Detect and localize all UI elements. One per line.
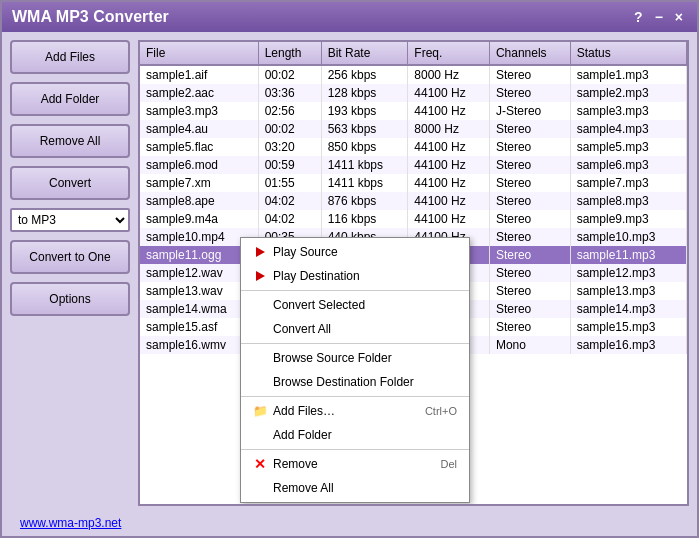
context-menu-item[interactable]: Play Destination: [241, 264, 469, 288]
col-bitrate: Bit Rate: [321, 42, 408, 65]
main-content: Add Files Add Folder Remove All Convert …: [2, 32, 697, 514]
add-folder-button[interactable]: Add Folder: [10, 82, 130, 116]
context-menu-item[interactable]: Browse Destination Folder: [241, 370, 469, 394]
context-menu: Play SourcePlay DestinationConvert Selec…: [240, 237, 470, 503]
play-icon: [256, 247, 265, 257]
add-files-button[interactable]: Add Files: [10, 40, 130, 74]
close-button[interactable]: ×: [671, 9, 687, 25]
col-channels: Channels: [489, 42, 570, 65]
context-menu-item[interactable]: ✕RemoveDel: [241, 452, 469, 476]
col-freq: Freq.: [408, 42, 490, 65]
context-menu-item-label: Add Files…: [273, 404, 335, 418]
context-menu-shortcut: Del: [440, 458, 457, 470]
context-menu-item-label: Add Folder: [273, 428, 332, 442]
footer: www.wma-mp3.net: [2, 514, 697, 536]
context-menu-item-label: Convert All: [273, 322, 331, 336]
empty-icon: [253, 481, 267, 495]
convert-button[interactable]: Convert: [10, 166, 130, 200]
context-menu-item-label: Convert Selected: [273, 298, 365, 312]
table-row[interactable]: sample3.mp302:56193 kbps44100 HzJ-Stereo…: [140, 102, 687, 120]
folder-icon: 📁: [253, 404, 267, 418]
table-row[interactable]: sample7.xm01:551411 kbps44100 HzStereosa…: [140, 174, 687, 192]
website-link[interactable]: www.wma-mp3.net: [10, 512, 131, 534]
context-menu-item[interactable]: Remove All: [241, 476, 469, 500]
context-menu-separator: [241, 396, 469, 397]
file-list-container: File Length Bit Rate Freq. Channels Stat…: [138, 40, 689, 506]
play-icon: [256, 271, 265, 281]
context-menu-item-label: Browse Destination Folder: [273, 375, 414, 389]
remove-icon: ✕: [253, 457, 267, 471]
table-row[interactable]: sample6.mod00:591411 kbps44100 HzStereos…: [140, 156, 687, 174]
table-row[interactable]: sample9.m4a04:02116 kbps44100 HzStereosa…: [140, 210, 687, 228]
empty-icon: [253, 428, 267, 442]
table-row[interactable]: sample4.au00:02563 kbps8000 HzStereosamp…: [140, 120, 687, 138]
context-menu-shortcut: Ctrl+O: [425, 405, 457, 417]
context-menu-item-label: Play Source: [273, 245, 338, 259]
col-status: Status: [570, 42, 686, 65]
context-menu-item[interactable]: Browse Source Folder: [241, 346, 469, 370]
context-menu-item[interactable]: Convert All: [241, 317, 469, 341]
col-file: File: [140, 42, 258, 65]
empty-icon: [253, 298, 267, 312]
col-length: Length: [258, 42, 321, 65]
empty-icon: [253, 375, 267, 389]
empty-icon: [253, 351, 267, 365]
sidebar: Add Files Add Folder Remove All Convert …: [10, 40, 130, 506]
table-header: File Length Bit Rate Freq. Channels Stat…: [140, 42, 687, 65]
title-bar: WMA MP3 Converter ? − ×: [2, 2, 697, 32]
convert-to-one-button[interactable]: Convert to One: [10, 240, 130, 274]
remove-all-button[interactable]: Remove All: [10, 124, 130, 158]
empty-icon: [253, 322, 267, 336]
context-menu-separator: [241, 449, 469, 450]
table-row[interactable]: sample2.aac03:36128 kbps44100 HzStereosa…: [140, 84, 687, 102]
format-row: to MP3to WMAto WAVto OGGto AACto FLAC: [10, 208, 130, 232]
context-menu-item-label: Remove: [273, 457, 318, 471]
context-menu-item-label: Remove All: [273, 481, 334, 495]
table-row[interactable]: sample5.flac03:20850 kbps44100 HzStereos…: [140, 138, 687, 156]
context-menu-item[interactable]: Play Source: [241, 240, 469, 264]
context-menu-separator: [241, 343, 469, 344]
format-select[interactable]: to MP3to WMAto WAVto OGGto AACto FLAC: [10, 208, 130, 232]
options-button[interactable]: Options: [10, 282, 130, 316]
context-menu-item[interactable]: 📁Add Files…Ctrl+O: [241, 399, 469, 423]
main-window: WMA MP3 Converter ? − × Add Files Add Fo…: [0, 0, 699, 538]
table-row[interactable]: sample8.ape04:02876 kbps44100 HzStereosa…: [140, 192, 687, 210]
context-menu-item-label: Play Destination: [273, 269, 360, 283]
context-menu-separator: [241, 290, 469, 291]
minimize-button[interactable]: −: [651, 9, 667, 25]
context-menu-item[interactable]: Convert Selected: [241, 293, 469, 317]
help-button[interactable]: ?: [630, 9, 647, 25]
table-row[interactable]: sample1.aif00:02256 kbps8000 HzStereosam…: [140, 65, 687, 84]
context-menu-item[interactable]: Add Folder: [241, 423, 469, 447]
title-controls: ? − ×: [630, 9, 687, 25]
window-title: WMA MP3 Converter: [12, 8, 169, 26]
context-menu-item-label: Browse Source Folder: [273, 351, 392, 365]
